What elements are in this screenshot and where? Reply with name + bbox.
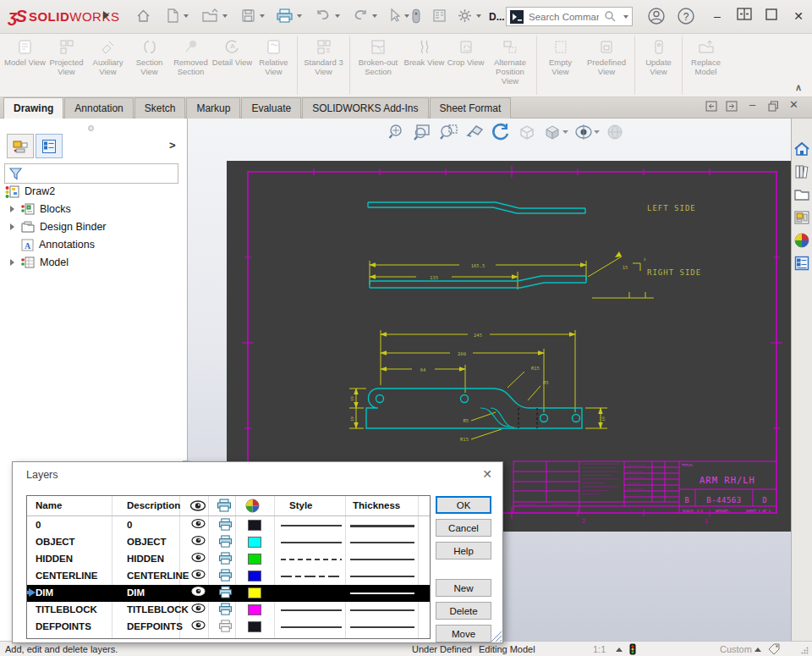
layer-print-icon[interactable] [218,552,233,567]
undo-caret-icon[interactable] [335,14,340,18]
display-pane-tab[interactable] [36,134,63,158]
crop-view-button[interactable]: Crop View [445,36,486,67]
layers-dialog[interactable]: Layers ✕ Name Description Style Thicknes… [12,461,503,643]
break-view-button[interactable]: Break View [403,36,445,67]
ribbon-collapse-icon[interactable]: ∧ [795,82,802,93]
redo-icon[interactable] [352,8,377,24]
panel-expand-chevron-icon[interactable]: > [169,139,176,152]
layer-thickness-line[interactable] [350,525,414,527]
3d-drawing-view-icon[interactable] [517,123,537,141]
layer-color-swatch[interactable] [248,520,261,531]
hide-show-items-icon[interactable] [574,123,600,141]
zoom-to-area-icon[interactable] [438,123,458,141]
help-button[interactable]: Help [436,542,491,560]
help-icon[interactable]: ? [677,7,695,25]
layer-color-swatch[interactable] [248,587,261,598]
layer-visibility-eye-icon[interactable] [191,604,206,615]
appearances-icon[interactable] [793,231,811,250]
doc-restore-icon[interactable] [768,101,779,114]
doc-minimize-icon[interactable]: – [749,98,755,111]
span-displays-button[interactable] [734,7,754,25]
expand-arrow-icon[interactable] [10,259,14,266]
layer-visibility-eye-icon[interactable] [191,620,206,631]
layer-print-icon[interactable] [218,586,233,601]
layer-print-icon[interactable] [218,603,233,618]
relative-view-button[interactable]: Relative View [253,36,294,76]
user-account-icon[interactable] [647,7,666,25]
redraw-icon[interactable] [491,122,511,142]
search-caret-icon[interactable] [623,15,628,19]
update-view-button[interactable]: Update View [638,36,679,76]
design-library-icon[interactable] [793,163,811,181]
settings-gear-icon[interactable] [457,8,481,24]
layer-print-icon[interactable] [218,569,233,584]
layer-no-print-icon[interactable] [218,620,233,635]
layer-style-line[interactable] [281,576,342,577]
open-document-caret-icon[interactable] [222,14,228,18]
predefined-view-button[interactable]: Predefined View [581,36,632,76]
close-button[interactable]: ✕ [788,7,809,25]
layer-row[interactable]: CENTERLINECENTERLINE [27,568,430,585]
layer-thickness-line[interactable] [350,626,414,628]
layer-row[interactable]: HIDDENHIDDEN [27,551,430,568]
maximize-button[interactable] [761,7,782,25]
filter-box[interactable] [4,163,178,184]
home-icon[interactable] [135,8,151,24]
file-explorer-icon[interactable] [793,185,811,204]
layer-thickness-line[interactable] [350,593,414,594]
tree-root-draw2[interactable]: Draw2 [5,183,55,200]
undo-icon[interactable] [315,8,340,24]
settings-caret-icon[interactable] [476,14,481,18]
layer-visibility-eye-icon[interactable] [191,519,206,530]
feature-tree-tab[interactable] [7,134,34,158]
status-units[interactable]: Custom [720,644,752,654]
detail-view-button[interactable]: ADetail View [211,36,253,67]
doc-previous-icon[interactable] [705,101,717,114]
units-caret-icon[interactable] [754,648,761,652]
layer-visibility-eye-icon[interactable] [191,553,206,564]
view-settings-icon[interactable] [543,123,568,141]
layer-style-line[interactable] [281,609,342,611]
layer-visibility-eye-icon[interactable] [191,536,206,547]
zoom-to-sheet-icon[interactable] [412,123,432,141]
ok-button[interactable]: OK [436,496,491,514]
dialog-close-icon[interactable]: ✕ [482,467,492,481]
print-caret-icon[interactable] [297,14,302,18]
new-button[interactable]: New [436,579,491,597]
layer-color-swatch[interactable] [248,554,261,565]
previous-view-icon[interactable] [464,123,485,141]
doc-next-icon[interactable] [726,101,738,114]
menu-flyout-arrow-icon[interactable] [103,11,109,19]
layer-color-swatch[interactable] [248,537,261,548]
move-button[interactable]: Move [436,625,491,642]
select-cursor-icon[interactable] [387,8,409,24]
removed-section-button[interactable]: Removed Section [170,36,211,76]
section-view-button[interactable]: Section View [129,36,170,76]
panel-resize-dot[interactable] [88,125,94,131]
cancel-button[interactable]: Cancel [436,519,491,537]
replace-model-button[interactable]: Replace Model [685,36,727,76]
layer-row[interactable]: 00 [27,517,430,534]
layer-visibility-eye-icon[interactable] [191,587,206,598]
home-tab-icon[interactable] [793,140,811,158]
tree-item-design-binder[interactable]: Design Binder [10,218,107,235]
select-caret-icon[interactable] [404,14,409,18]
view-right-side[interactable]: 165.5 135 15 3 RIGHT SIDE [370,251,701,298]
layer-style-line[interactable] [281,542,342,543]
tree-item-model[interactable]: Model [10,254,69,271]
search-icon[interactable] [604,10,617,23]
view-palette-icon[interactable] [793,208,811,227]
tab-drawing[interactable]: Drawing [3,97,63,119]
search-commands-box[interactable] [506,7,633,26]
alternate-position-view-button[interactable]: Alternate Position View [486,36,534,85]
layers-table[interactable]: Name Description Style Thickness 00 OBJE… [26,495,431,639]
layer-visibility-eye-icon[interactable] [191,570,206,581]
layer-style-line[interactable] [281,525,342,526]
layer-print-icon[interactable] [218,535,233,550]
dropdown-d-label[interactable]: D... [489,11,505,23]
resize-grip-icon[interactable] [801,646,809,656]
standard-3-view-button[interactable]: Standard 3 View [300,36,347,76]
dialog-resize-grip[interactable] [489,629,502,642]
layer-color-swatch[interactable] [248,571,261,582]
delete-button[interactable]: Delete [436,602,491,620]
